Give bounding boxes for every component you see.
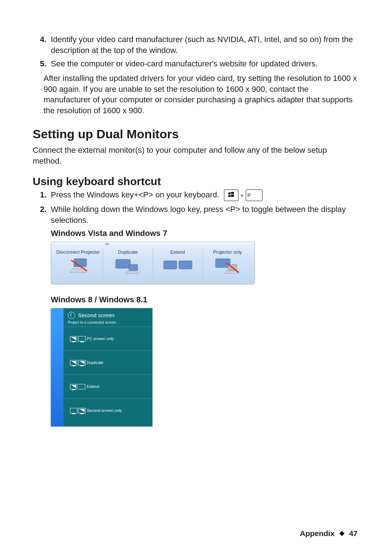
option-duplicate: Duplicate <box>64 351 152 375</box>
svg-rect-11 <box>179 261 192 269</box>
heading-setting-up-dual-monitors: Setting up Dual Monitors <box>33 127 358 141</box>
list-item: 4. Identify your video card manufacturer… <box>40 34 358 56</box>
svg-rect-2 <box>228 195 230 197</box>
p-key-icon: P <box>246 189 262 201</box>
windows-key-icon <box>224 189 238 201</box>
extend-icon <box>162 257 194 275</box>
diamond-icon <box>339 531 344 536</box>
page-footer: Appendix 47 <box>300 529 358 538</box>
footer-section-label: Appendix <box>300 529 335 538</box>
list-item: 1. Press the Windows key+<P> on your key… <box>40 189 358 201</box>
svg-marker-9 <box>125 271 139 273</box>
grip-icon <box>106 243 109 245</box>
windows8-second-screen-charm: Second screen Project to a connected scr… <box>51 308 152 426</box>
subheading-windows-vista-7: Windows Vista and Windows 7 <box>51 229 358 238</box>
svg-rect-1 <box>231 192 234 194</box>
svg-rect-3 <box>231 195 234 197</box>
list-marker: 2. <box>40 204 51 225</box>
projector-only-icon <box>211 257 244 275</box>
option-second-screen-only: Second screen only <box>64 399 152 422</box>
second-screen-only-icon <box>70 408 87 413</box>
document-page: 4. Identify your video card manufacturer… <box>0 0 392 556</box>
list-marker: 4. <box>40 34 51 56</box>
subheading-windows-8: Windows 8 / Windows 8.1 <box>51 295 358 304</box>
list-item: 5. See the computer or video-card manufa… <box>40 58 358 69</box>
option-disconnect-projector: Disconnect Projector <box>53 248 103 282</box>
svg-rect-8 <box>129 265 138 270</box>
option-duplicate: Duplicate <box>103 248 153 282</box>
laptop-only-icon <box>62 257 94 275</box>
option-pc-screen-only: PC screen only <box>64 327 152 351</box>
list-item: 2. While holding down the Windows logo k… <box>40 204 358 225</box>
key-combo-illustration: + P <box>223 189 263 201</box>
charm-title: Second screen <box>68 312 148 319</box>
duplicate-icon <box>70 360 87 365</box>
svg-rect-7 <box>116 259 130 268</box>
heading-using-keyboard-shortcut: Using keyboard shortcut <box>33 175 358 188</box>
option-extend: Extend <box>64 375 152 399</box>
svg-rect-0 <box>228 192 230 195</box>
back-arrow-icon <box>68 312 75 319</box>
extend-icon <box>70 384 87 389</box>
svg-rect-10 <box>164 261 177 269</box>
list-text: Identify your video card manufacturer (s… <box>51 34 358 56</box>
plus-icon: + <box>240 192 244 200</box>
list-marker: 5. <box>40 58 51 69</box>
option-extend: Extend <box>153 248 203 282</box>
body-paragraph: After installing the updated drivers for… <box>44 73 358 116</box>
pc-screen-only-icon <box>70 336 87 342</box>
list-text: While holding down the Windows logo key,… <box>51 204 358 225</box>
duplicate-icon <box>111 257 144 275</box>
footer-page-number: 47 <box>349 529 358 538</box>
charm-subtitle: Project to a connected screen <box>68 320 148 324</box>
svg-rect-4 <box>74 259 86 267</box>
list-marker: 1. <box>40 189 51 201</box>
body-paragraph: Connect the external monitor(s) to your … <box>33 145 358 166</box>
charm-accent-strip <box>51 308 64 426</box>
windows7-display-switcher: Disconnect Projector Duplicate <box>51 242 255 284</box>
list-text: Press the Windows key+<P> on your keyboa… <box>51 189 358 201</box>
list-text: See the computer or video-card manufactu… <box>51 58 358 69</box>
option-projector-only: Projector only <box>203 248 252 282</box>
